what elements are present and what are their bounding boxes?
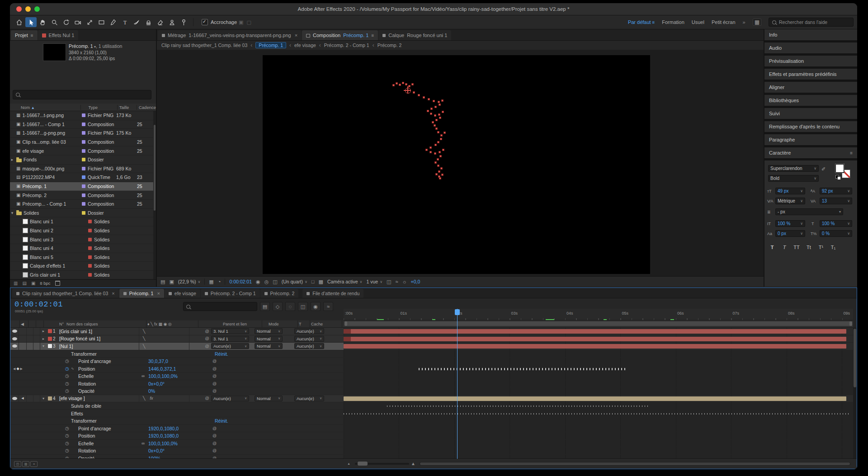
visibility-eye-icon[interactable] [10, 343, 19, 350]
project-bit-depth[interactable]: 8 bpc [40, 281, 50, 286]
project-row[interactable]: ▤P1122022.MP4QuickTime1,6 Go23 [10, 173, 153, 182]
layer-expander-icon[interactable]: ▸ [40, 329, 47, 333]
project-row[interactable]: Blanc uni 5Solides [10, 253, 153, 262]
timeline-search-input[interactable] [183, 302, 257, 311]
panel-header-info[interactable]: Info [764, 29, 857, 40]
expression-pickwhip-icon[interactable]: @ [212, 374, 217, 378]
motion-path-keyframe[interactable] [437, 131, 439, 133]
motion-path-keyframe[interactable] [442, 111, 444, 113]
motion-path-keyframe[interactable] [434, 124, 436, 127]
layer-switches[interactable]: ╲ [139, 328, 189, 335]
project-row[interactable]: ▾SolidesDossier [10, 209, 153, 218]
motion-path-keyframe[interactable] [439, 177, 441, 179]
panel-header-biblioth-ques[interactable]: Bibliothèques [764, 95, 857, 106]
project-row[interactable]: Blanc uni 2Solides [10, 226, 153, 236]
parent-select[interactable]: Aucun(e)∨ [211, 343, 249, 349]
header-spacer[interactable] [198, 320, 213, 327]
horizontal-scale-select[interactable]: 100 %∨ [820, 220, 852, 227]
project-row[interactable]: ▣efe visageComposition25 [10, 146, 153, 156]
view-layout-select[interactable]: 1 vue∨ [366, 279, 382, 284]
project-row[interactable]: ▦masque-...000x.pngFichier PNG689 Ko [10, 165, 153, 174]
visibility-eye-icon[interactable] [10, 395, 19, 402]
hide-shy-icon[interactable]: ◌ [285, 302, 295, 311]
layer-name[interactable]: [Gris clair uni 1] [59, 329, 139, 334]
workspace-formation[interactable]: Formation [662, 19, 684, 25]
transparency-grid-icon[interactable]: ▩ [318, 279, 323, 285]
tracking-keyframes[interactable] [387, 405, 648, 407]
motion-path-keyframe[interactable] [440, 138, 442, 140]
header-switches[interactable]: ♦ ╲ fx ▦ ◉ ◎ [146, 320, 198, 327]
panel-header-remplissage-d-apr-s-le-contenu[interactable]: Remplissage d'après le contenu [764, 121, 857, 132]
blend-mode-select[interactable]: Normal∨ [255, 336, 283, 342]
tracking-select[interactable]: 13∨ [820, 198, 852, 204]
project-row[interactable]: ▦1-16667...g-png.pngFichier PNG175 Ko [10, 129, 153, 138]
timeline-horizontal-scrollbar[interactable] [420, 462, 850, 466]
project-row[interactable]: ▣Précomp. 2Composition25 [10, 191, 153, 200]
timeline-layer-row[interactable]: ▸2[Rouge foncé uni 1]╲@3. Nul 1∨Normal∨A… [10, 335, 344, 343]
project-row[interactable]: ▣Précomp. 1Composition25 [10, 182, 153, 191]
audio-icon[interactable] [19, 343, 27, 350]
stopwatch-icon[interactable]: ◷ [65, 358, 69, 363]
property-name[interactable]: Point d'ancrage [78, 358, 111, 364]
panel-menu-icon[interactable]: ≡ [371, 33, 374, 38]
viewer-tab-calque[interactable]: CalqueRouge foncé uni 1 [378, 30, 451, 40]
timeline-vertical-scrollbar[interactable] [853, 328, 857, 459]
close-tab-icon[interactable]: × [295, 33, 297, 38]
label-chip[interactable] [82, 211, 85, 215]
property-name[interactable]: Opacité [78, 388, 94, 394]
layer-expander-icon[interactable]: ▸ [40, 337, 47, 341]
property-value[interactable]: 1446,0,372,1 [148, 366, 176, 372]
header-audio-icon[interactable]: ◀ [20, 320, 28, 327]
close-tab-icon[interactable]: × [112, 291, 114, 296]
panel-header-effets-et-param-tres-pr-d-finis[interactable]: Effets et paramètres prédéfinis [764, 69, 857, 80]
motion-path-keyframe[interactable] [435, 119, 438, 121]
subscript-button[interactable]: T₁ [829, 244, 837, 251]
motion-path-keyframe[interactable] [396, 82, 398, 85]
motion-path-keyframe[interactable] [408, 85, 410, 87]
panel-header-pr-visualisation[interactable]: Prévisualisation [764, 56, 857, 66]
motion-path-keyframe[interactable] [433, 100, 435, 102]
parent-select[interactable]: Aucun(e)∨ [211, 396, 249, 401]
track-matte-select[interactable]: Aucun(e)∨ [294, 396, 324, 401]
timeline-group-row[interactable]: Effets [10, 410, 344, 418]
lock-toggle[interactable] [33, 335, 40, 343]
label-chip[interactable] [82, 184, 85, 188]
layer-expander-icon[interactable]: ▾ [40, 344, 47, 348]
motion-path-keyframe[interactable] [438, 101, 440, 103]
motion-path-keyframe[interactable] [402, 82, 404, 84]
expander-icon[interactable]: ▸ [10, 157, 14, 162]
graph-editor-icon[interactable]: ≈ [323, 302, 333, 311]
column-fps[interactable]: Cadence [137, 105, 156, 110]
property-name[interactable]: Rotation [78, 448, 96, 453]
expression-pickwhip-icon[interactable]: @ [212, 441, 217, 446]
motion-path-keyframe[interactable] [429, 151, 432, 153]
current-time-indicator[interactable] [457, 309, 458, 459]
stopwatch-icon[interactable]: ◷ [65, 366, 69, 371]
minimize-window-button[interactable] [25, 6, 31, 12]
tracking-keyframes[interactable] [344, 413, 849, 415]
expand-layer-switches-icon[interactable]: ◫ [14, 461, 21, 467]
motion-path-keyframe[interactable] [434, 114, 436, 117]
fill-stroke-swatches[interactable] [835, 164, 853, 179]
flowchart-icon[interactable]: ▤ [160, 279, 165, 285]
viewer-tab-métrage[interactable]: Métrage1-16667_veins-veins-png-transpare… [158, 30, 302, 40]
parent-pickwhip-icon[interactable]: @ [203, 344, 211, 349]
header-number[interactable]: N° [58, 320, 66, 327]
motion-blur-icon[interactable]: ◉ [311, 302, 321, 311]
reset-link[interactable]: Réinit. [215, 351, 228, 357]
snap-option-icon[interactable]: ▣ [239, 19, 243, 25]
snapshot-icon[interactable]: ◉ [256, 279, 260, 285]
blend-mode-select[interactable]: Normal∨ [255, 328, 283, 334]
label-chip[interactable] [82, 158, 85, 161]
motion-path-keyframe[interactable] [441, 99, 443, 102]
tool-eraser-button[interactable] [155, 17, 166, 27]
parent-select[interactable]: 3. Nul 1∨ [211, 328, 249, 334]
faux-bold-button[interactable]: T [768, 244, 776, 251]
project-row[interactable]: Blanc uni 4Solides [10, 244, 153, 253]
timeline-zoom-thumb[interactable] [358, 462, 368, 466]
motion-path-keyframe[interactable] [430, 108, 433, 110]
project-row[interactable]: Blanc uni 3Solides [10, 235, 153, 244]
audio-icon[interactable]: ◀ [19, 395, 27, 402]
property-name[interactable]: Echelle [78, 373, 94, 379]
pixel-aspect-icon[interactable]: ◫ [387, 279, 391, 285]
